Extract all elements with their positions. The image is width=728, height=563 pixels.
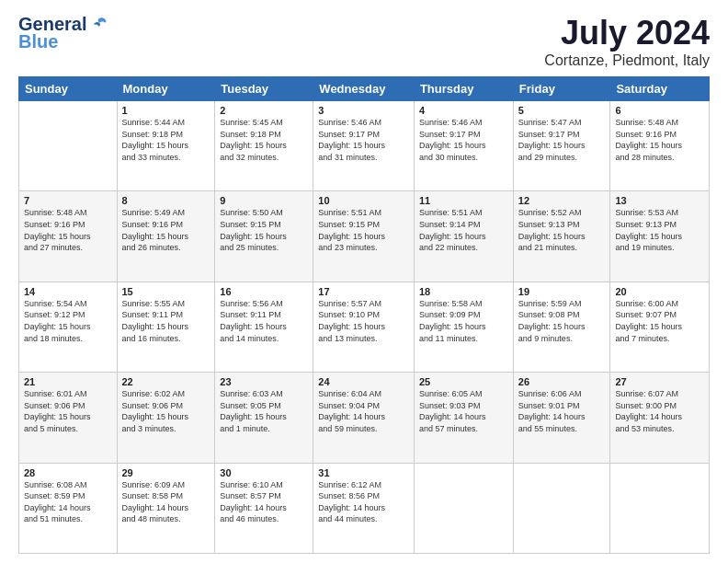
day-info: Sunrise: 5:51 AM Sunset: 9:15 PM Dayligh… — [318, 207, 409, 253]
day-info: Sunrise: 5:46 AM Sunset: 9:17 PM Dayligh… — [419, 117, 508, 163]
day-cell: 22Sunrise: 6:02 AM Sunset: 9:06 PM Dayli… — [117, 373, 215, 463]
day-number: 14 — [24, 286, 112, 297]
day-number: 15 — [122, 286, 210, 297]
day-info: Sunrise: 5:45 AM Sunset: 9:18 PM Dayligh… — [220, 117, 308, 163]
day-info: Sunrise: 5:59 AM Sunset: 9:08 PM Dayligh… — [518, 298, 606, 344]
header-row: SundayMondayTuesdayWednesdayThursdayFrid… — [19, 77, 710, 101]
day-number: 3 — [318, 105, 409, 116]
day-info: Sunrise: 6:09 AM Sunset: 8:58 PM Dayligh… — [122, 479, 210, 525]
week-row-5: 28Sunrise: 6:08 AM Sunset: 8:59 PM Dayli… — [19, 463, 710, 553]
day-number: 24 — [318, 376, 409, 387]
day-info: Sunrise: 5:44 AM Sunset: 9:18 PM Dayligh… — [122, 117, 210, 163]
day-number: 2 — [220, 105, 308, 116]
day-info: Sunrise: 5:48 AM Sunset: 9:16 PM Dayligh… — [24, 207, 112, 253]
day-number: 25 — [419, 376, 508, 387]
day-number: 12 — [518, 195, 606, 206]
logo-blue-text: Blue — [18, 31, 58, 52]
day-cell: 1Sunrise: 5:44 AM Sunset: 9:18 PM Daylig… — [117, 101, 215, 191]
day-info: Sunrise: 5:52 AM Sunset: 9:13 PM Dayligh… — [518, 207, 606, 253]
day-info: Sunrise: 5:53 AM Sunset: 9:13 PM Dayligh… — [615, 207, 704, 253]
day-cell: 20Sunrise: 6:00 AM Sunset: 9:07 PM Dayli… — [610, 282, 710, 372]
day-info: Sunrise: 5:54 AM Sunset: 9:12 PM Dayligh… — [24, 298, 112, 344]
day-number: 27 — [615, 376, 704, 387]
day-number: 29 — [122, 467, 210, 478]
day-cell: 9Sunrise: 5:50 AM Sunset: 9:15 PM Daylig… — [215, 191, 313, 282]
day-cell: 18Sunrise: 5:58 AM Sunset: 9:09 PM Dayli… — [414, 282, 513, 372]
col-header-tuesday: Tuesday — [215, 77, 313, 101]
logo-bird-icon — [89, 15, 109, 35]
location: Cortanze, Piedmont, Italy — [544, 52, 710, 69]
day-number: 10 — [318, 195, 409, 206]
day-cell — [19, 101, 118, 191]
day-cell: 4Sunrise: 5:46 AM Sunset: 9:17 PM Daylig… — [414, 101, 513, 191]
page: General Blue July 2024 Cortanze, Piedmon… — [0, 0, 728, 563]
day-number: 20 — [615, 286, 704, 297]
day-cell — [610, 463, 710, 553]
day-info: Sunrise: 6:08 AM Sunset: 8:59 PM Dayligh… — [24, 479, 112, 525]
day-cell: 25Sunrise: 6:05 AM Sunset: 9:03 PM Dayli… — [414, 373, 513, 463]
day-number: 30 — [220, 467, 308, 478]
day-cell: 28Sunrise: 6:08 AM Sunset: 8:59 PM Dayli… — [19, 463, 118, 553]
day-number: 4 — [419, 105, 508, 116]
logo: General Blue — [18, 14, 109, 52]
day-cell: 30Sunrise: 6:10 AM Sunset: 8:57 PM Dayli… — [215, 463, 313, 553]
day-cell: 29Sunrise: 6:09 AM Sunset: 8:58 PM Dayli… — [117, 463, 215, 553]
day-info: Sunrise: 5:58 AM Sunset: 9:09 PM Dayligh… — [419, 298, 508, 344]
day-info: Sunrise: 6:01 AM Sunset: 9:06 PM Dayligh… — [24, 388, 112, 434]
week-row-1: 1Sunrise: 5:44 AM Sunset: 9:18 PM Daylig… — [19, 101, 710, 191]
day-cell: 6Sunrise: 5:48 AM Sunset: 9:16 PM Daylig… — [610, 101, 710, 191]
day-info: Sunrise: 6:06 AM Sunset: 9:01 PM Dayligh… — [518, 388, 606, 434]
day-number: 17 — [318, 286, 409, 297]
day-number: 22 — [122, 376, 210, 387]
day-cell: 11Sunrise: 5:51 AM Sunset: 9:14 PM Dayli… — [414, 191, 513, 282]
col-header-wednesday: Wednesday — [313, 77, 415, 101]
day-number: 23 — [220, 376, 308, 387]
day-number: 28 — [24, 467, 112, 478]
day-info: Sunrise: 5:48 AM Sunset: 9:16 PM Dayligh… — [615, 117, 704, 163]
calendar-table: SundayMondayTuesdayWednesdayThursdayFrid… — [18, 76, 710, 554]
day-cell: 24Sunrise: 6:04 AM Sunset: 9:04 PM Dayli… — [313, 373, 415, 463]
day-number: 7 — [24, 195, 112, 206]
title-block: July 2024 Cortanze, Piedmont, Italy — [544, 14, 710, 69]
day-cell: 7Sunrise: 5:48 AM Sunset: 9:16 PM Daylig… — [19, 191, 118, 282]
day-cell — [513, 463, 610, 553]
day-number: 9 — [220, 195, 308, 206]
day-number: 31 — [318, 467, 409, 478]
day-info: Sunrise: 5:55 AM Sunset: 9:11 PM Dayligh… — [122, 298, 210, 344]
day-number: 18 — [419, 286, 508, 297]
day-number: 5 — [518, 105, 606, 116]
day-cell: 3Sunrise: 5:46 AM Sunset: 9:17 PM Daylig… — [313, 101, 415, 191]
day-info: Sunrise: 5:51 AM Sunset: 9:14 PM Dayligh… — [419, 207, 508, 253]
day-info: Sunrise: 5:46 AM Sunset: 9:17 PM Dayligh… — [318, 117, 409, 163]
day-info: Sunrise: 6:12 AM Sunset: 8:56 PM Dayligh… — [318, 479, 409, 525]
day-cell: 23Sunrise: 6:03 AM Sunset: 9:05 PM Dayli… — [215, 373, 313, 463]
day-cell: 5Sunrise: 5:47 AM Sunset: 9:17 PM Daylig… — [513, 101, 610, 191]
header: General Blue July 2024 Cortanze, Piedmon… — [18, 14, 710, 69]
day-number: 1 — [122, 105, 210, 116]
day-cell: 31Sunrise: 6:12 AM Sunset: 8:56 PM Dayli… — [313, 463, 415, 553]
day-info: Sunrise: 5:49 AM Sunset: 9:16 PM Dayligh… — [122, 207, 210, 253]
month-year: July 2024 — [544, 14, 710, 52]
day-cell: 12Sunrise: 5:52 AM Sunset: 9:13 PM Dayli… — [513, 191, 610, 282]
col-header-saturday: Saturday — [610, 77, 710, 101]
day-cell: 16Sunrise: 5:56 AM Sunset: 9:11 PM Dayli… — [215, 282, 313, 372]
day-info: Sunrise: 6:03 AM Sunset: 9:05 PM Dayligh… — [220, 388, 308, 434]
day-info: Sunrise: 6:04 AM Sunset: 9:04 PM Dayligh… — [318, 388, 409, 434]
week-row-3: 14Sunrise: 5:54 AM Sunset: 9:12 PM Dayli… — [19, 282, 710, 372]
day-info: Sunrise: 6:02 AM Sunset: 9:06 PM Dayligh… — [122, 388, 210, 434]
day-info: Sunrise: 6:00 AM Sunset: 9:07 PM Dayligh… — [615, 298, 704, 344]
col-header-monday: Monday — [117, 77, 215, 101]
day-cell: 15Sunrise: 5:55 AM Sunset: 9:11 PM Dayli… — [117, 282, 215, 372]
day-info: Sunrise: 6:10 AM Sunset: 8:57 PM Dayligh… — [220, 479, 308, 525]
day-cell: 19Sunrise: 5:59 AM Sunset: 9:08 PM Dayli… — [513, 282, 610, 372]
day-cell: 14Sunrise: 5:54 AM Sunset: 9:12 PM Dayli… — [19, 282, 118, 372]
day-number: 6 — [615, 105, 704, 116]
day-cell: 8Sunrise: 5:49 AM Sunset: 9:16 PM Daylig… — [117, 191, 215, 282]
week-row-2: 7Sunrise: 5:48 AM Sunset: 9:16 PM Daylig… — [19, 191, 710, 282]
day-info: Sunrise: 5:50 AM Sunset: 9:15 PM Dayligh… — [220, 207, 308, 253]
day-number: 16 — [220, 286, 308, 297]
day-cell: 2Sunrise: 5:45 AM Sunset: 9:18 PM Daylig… — [215, 101, 313, 191]
day-info: Sunrise: 5:56 AM Sunset: 9:11 PM Dayligh… — [220, 298, 308, 344]
day-number: 8 — [122, 195, 210, 206]
day-info: Sunrise: 6:05 AM Sunset: 9:03 PM Dayligh… — [419, 388, 508, 434]
